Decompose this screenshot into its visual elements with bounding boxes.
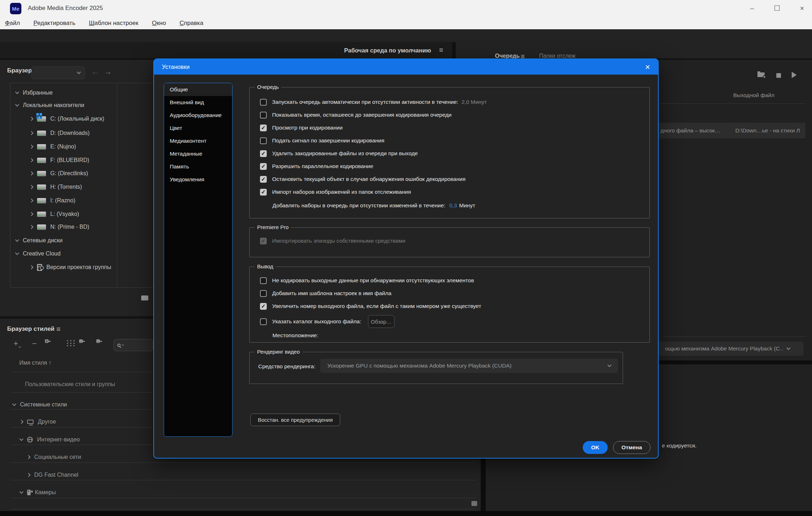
start-queue-icon[interactable] xyxy=(792,72,797,78)
workspace-selector[interactable]: Рабочая среда по умолчанию ≡ xyxy=(344,46,443,54)
chevron-right-icon[interactable] xyxy=(26,473,30,477)
forward-arrow-icon[interactable]: → xyxy=(104,67,112,76)
pref-increment-output-file[interactable]: Увеличить номер выходного файла, если фа… xyxy=(260,302,481,311)
chevron-down-icon[interactable] xyxy=(15,238,19,242)
tree-item-drive-f[interactable]: F: (BLUEBIRD) xyxy=(30,155,89,166)
checkbox-checked[interactable] xyxy=(260,303,267,310)
nav-item-audio-hardware[interactable]: Аудиооборудование xyxy=(164,109,232,122)
dialog-header[interactable]: Установки × xyxy=(154,59,658,75)
preset-settings-button[interactable]: ᎒᎒᎒ xyxy=(66,340,75,348)
checkbox-unchecked[interactable] xyxy=(260,290,267,297)
checkbox-unchecked[interactable] xyxy=(260,112,267,118)
nav-item-color[interactable]: Цвет xyxy=(164,122,232,135)
pref-parallel-encoding[interactable]: Разрешить параллельное кодирование xyxy=(260,162,373,171)
maximize-button[interactable]: ☐ xyxy=(769,2,785,14)
preset-column-header[interactable]: Имя стиля ↑ xyxy=(19,360,51,366)
chevron-down-icon[interactable] xyxy=(15,251,19,255)
stop-queue-icon[interactable] xyxy=(776,73,781,78)
menu-edit[interactable]: Редактировать xyxy=(34,20,75,27)
cancel-button[interactable]: Отмена xyxy=(613,441,650,454)
tree-item-creative-cloud[interactable]: Creative Cloud xyxy=(16,248,61,259)
checkbox-unchecked[interactable] xyxy=(260,99,267,106)
preset-row-cameras[interactable]: Камеры xyxy=(20,487,56,498)
dialog-close-icon[interactable]: × xyxy=(645,63,650,71)
chevron-right-icon[interactable] xyxy=(29,158,33,162)
chevron-down-icon[interactable] xyxy=(15,102,19,106)
checkbox-checked[interactable] xyxy=(260,125,267,131)
chevron-right-icon[interactable] xyxy=(29,198,33,202)
scrollbar-thumb[interactable] xyxy=(471,501,477,506)
renderer-dropdown[interactable]: Ускорение GPU с помощью механизма Adobe … xyxy=(320,359,618,373)
thumbnail-view-icon[interactable] xyxy=(141,295,148,300)
pref-specify-output-folder[interactable]: Указать каталог выходного файла: Обзор… xyxy=(260,315,394,328)
reset-warnings-button[interactable]: Восстан. все предупреждения xyxy=(250,414,340,426)
menu-window[interactable]: Окно xyxy=(152,20,166,27)
preset-browser-menu-icon[interactable]: ≡ xyxy=(56,325,61,333)
chevron-right-icon[interactable] xyxy=(29,265,33,269)
checkbox-checked[interactable] xyxy=(260,163,267,170)
checkbox-unchecked[interactable] xyxy=(260,318,267,325)
checkbox-checked[interactable] xyxy=(260,176,267,183)
pref-show-remaining-time[interactable]: Показывать время, оставшееся до завершен… xyxy=(260,110,451,120)
nav-item-memory[interactable]: Память xyxy=(164,160,232,173)
pref-append-preset-name[interactable]: Добавить имя шаблона настроек в имя файл… xyxy=(260,289,392,298)
chevron-down-icon[interactable] xyxy=(12,402,16,406)
minimize-button[interactable]: – xyxy=(744,2,760,14)
checkbox-checked[interactable] xyxy=(260,150,267,157)
pref-auto-start-queue[interactable]: Запускать очередь автоматически при отсу… xyxy=(260,97,487,107)
preset-row-social[interactable]: Социальные сети xyxy=(27,452,81,462)
chevron-down-icon[interactable] xyxy=(15,90,19,94)
pref-preview-while-encoding[interactable]: Просмотр при кодировании xyxy=(260,123,343,132)
tree-item-drive-c[interactable]: C: (Локальный диск) xyxy=(30,113,104,124)
tree-item-drive-d[interactable]: D: (Downloads) xyxy=(30,128,90,138)
tree-item-drive-g[interactable]: G: (Directlinks) xyxy=(30,168,88,179)
close-button[interactable]: × xyxy=(794,2,810,14)
chevron-right-icon[interactable] xyxy=(29,225,33,229)
queue-renderer-dropdown[interactable]: ощью механизма Adobe Mercury Playback (C… xyxy=(658,342,803,356)
chevron-down-icon[interactable] xyxy=(19,490,23,494)
tree-item-drive-h[interactable]: H: (Torrents) xyxy=(30,182,82,192)
preset-row-dg-fast-channel[interactable]: DG Fast Channel xyxy=(27,470,78,480)
remove-preset-button[interactable]: − xyxy=(32,340,37,348)
tree-item-team-projects[interactable]: Версии проектов группы xyxy=(30,262,111,273)
chevron-right-icon[interactable] xyxy=(19,420,23,424)
preset-row-other[interactable]: Другое xyxy=(20,416,56,427)
workspace-menu-icon[interactable]: ≡ xyxy=(439,46,443,54)
chevron-down-icon[interactable] xyxy=(19,437,23,441)
nav-item-media[interactable]: Медиаконтент xyxy=(164,135,232,147)
preset-row-user[interactable]: Пользовательские стили и группы xyxy=(25,379,115,390)
pref-beep-on-finish[interactable]: Подать сигнал по завершении кодирования xyxy=(260,136,384,145)
tree-item-drive-l[interactable]: L: (Vsyako) xyxy=(30,209,79,219)
chevron-right-icon[interactable] xyxy=(29,117,33,121)
chevron-right-icon[interactable] xyxy=(29,145,33,148)
ok-button[interactable]: OK xyxy=(583,441,608,454)
add-preset-button[interactable]: + xyxy=(14,340,21,348)
tree-item-favorites[interactable]: Избранные xyxy=(16,87,53,98)
menu-help[interactable]: Справка xyxy=(179,20,203,27)
chevron-right-icon[interactable] xyxy=(29,185,33,189)
nav-item-metadata[interactable]: Метаданные xyxy=(164,147,232,160)
checkbox-unchecked[interactable] xyxy=(260,137,267,144)
chevron-right-icon[interactable] xyxy=(29,212,33,216)
media-browser-path-dropdown[interactable] xyxy=(31,66,85,79)
browse-button[interactable]: Обзор… xyxy=(368,315,394,328)
nav-item-appearance[interactable]: Внешний вид xyxy=(164,96,232,109)
pref-import-image-sequences[interactable]: Импорт наборов изображений из папок отсл… xyxy=(260,187,411,197)
menu-file[interactable]: Файл xyxy=(5,20,20,27)
tree-item-drive-e[interactable]: E: (Nujno) xyxy=(30,141,76,152)
back-arrow-icon[interactable]: ← xyxy=(91,67,99,76)
pref-skip-missing-items[interactable]: Не кодировать выходные данные при обнару… xyxy=(260,276,474,285)
pref-stop-on-decode-errors[interactable]: Остановить текущий объект в случае обнар… xyxy=(260,174,465,184)
pref-remove-completed[interactable]: Удалить закодированные файлы из очереди … xyxy=(260,149,418,158)
checkbox-unchecked[interactable] xyxy=(260,277,267,284)
chevron-right-icon[interactable] xyxy=(29,171,33,175)
nav-item-general[interactable]: Общие xyxy=(164,83,232,96)
preset-row-web-video[interactable]: Интернет-видео xyxy=(20,434,80,445)
tree-item-drive-i[interactable]: I: (Razno) xyxy=(30,195,75,206)
tree-item-local-drives[interactable]: Локальные накопители xyxy=(16,100,84,111)
watch-interval-value[interactable]: 0,3 xyxy=(449,202,457,209)
preset-row-system[interactable]: Системные стили xyxy=(13,399,67,410)
preset-search-input[interactable] xyxy=(113,339,153,351)
add-watch-folder-icon[interactable] xyxy=(757,72,765,77)
nav-item-notifications[interactable]: Уведомления xyxy=(164,173,232,186)
